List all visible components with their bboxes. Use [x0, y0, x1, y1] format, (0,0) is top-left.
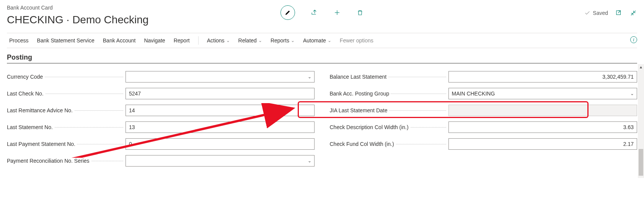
tab-bank-statement-service[interactable]: Bank Statement Service [37, 37, 95, 44]
delete-icon[interactable] [356, 9, 364, 16]
scroll-up-icon[interactable]: ▲ [638, 65, 644, 69]
page-title: CHECKING · Demo Checking [7, 14, 148, 26]
label-last-statement-no: Last Statement No. [7, 124, 126, 130]
currency-code-field[interactable] [126, 71, 315, 83]
last-statement-no-field[interactable] [126, 121, 315, 133]
last-payment-statement-no-field[interactable] [126, 138, 315, 150]
saved-label: Saved [593, 10, 608, 16]
last-check-no-field[interactable] [126, 88, 315, 99]
label-check-description-col-width: Check Description Col Width (in.) [330, 124, 448, 130]
tab-bank-account[interactable]: Bank Account [103, 37, 136, 44]
collapse-icon[interactable] [629, 9, 637, 17]
label-last-payment-statement-no: Last Payment Statement No. [7, 141, 126, 147]
info-icon[interactable]: i [630, 36, 637, 43]
label-last-check-no: Last Check No. [7, 91, 126, 97]
label-bank-acc-posting-group: Bank Acc. Posting Group [330, 91, 448, 97]
saved-indicator: Saved [584, 10, 608, 16]
tab-related[interactable]: Related⌄ [238, 37, 262, 44]
last-remittance-advice-no-field[interactable] [126, 105, 315, 116]
pencil-icon [284, 9, 291, 16]
check-fund-col-width-field[interactable] [448, 138, 637, 150]
checkmark-icon [584, 10, 590, 16]
tab-navigate[interactable]: Navigate [144, 37, 165, 44]
label-balance-last-statement: Balance Last Statement [330, 74, 448, 80]
tab-automate[interactable]: Automate⌄ [303, 37, 331, 44]
tab-reports[interactable]: Reports⌄ [271, 37, 295, 44]
section-posting[interactable]: Posting [7, 53, 637, 63]
scrollbar[interactable]: ▲ [638, 64, 644, 178]
label-payment-reconciliation-no-series: Payment Reconciliation No. Series [7, 158, 126, 164]
tab-report[interactable]: Report [174, 37, 190, 44]
scroll-thumb[interactable] [639, 149, 643, 176]
label-jia-last-statement-date: JIA Last Statement Date [330, 107, 448, 113]
check-description-col-width-field[interactable] [448, 121, 637, 133]
toolbar-separator [198, 36, 199, 45]
label-check-fund-col-width: Check Fund Col Width (in.) [330, 141, 448, 147]
chevron-down-icon: ⌄ [328, 38, 331, 43]
posting-form: Currency Code ⌄ Last Check No. Last Remi… [7, 71, 637, 167]
popout-icon[interactable] [615, 9, 623, 17]
label-currency-code: Currency Code [7, 74, 126, 80]
payment-reconciliation-no-series-field[interactable] [126, 155, 315, 167]
balance-last-statement-field[interactable] [448, 71, 637, 83]
edit-button[interactable] [280, 5, 295, 20]
fewer-options[interactable]: Fewer options [340, 37, 373, 44]
share-icon[interactable] [310, 9, 318, 16]
breadcrumb: Bank Account Card [7, 5, 148, 11]
label-last-remittance-advice-no: Last Remittance Advice No. [7, 107, 126, 113]
chevron-down-icon: ⌄ [258, 38, 262, 43]
tab-actions[interactable]: Actions⌄ [207, 37, 230, 44]
bank-acc-posting-group-field[interactable] [448, 88, 637, 99]
jia-last-statement-date-field [448, 105, 637, 116]
tab-process[interactable]: Process [9, 37, 29, 44]
chevron-down-icon: ⌄ [291, 38, 295, 43]
new-icon[interactable] [333, 9, 341, 16]
chevron-down-icon: ⌄ [226, 38, 230, 43]
